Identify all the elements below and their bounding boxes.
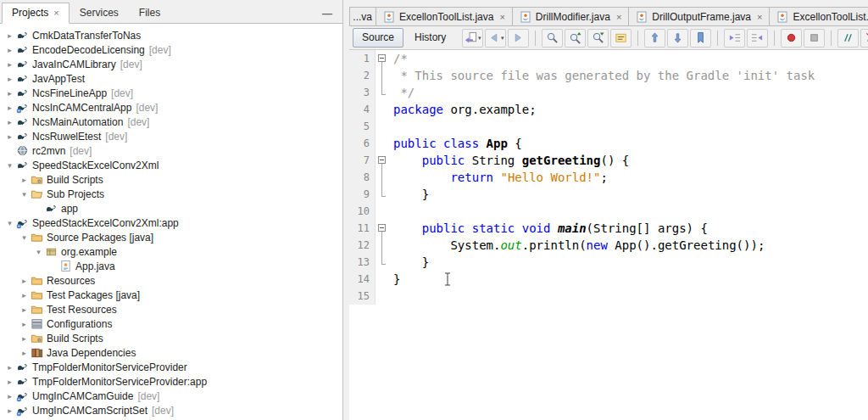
shift-line-left-button[interactable] [724,29,745,48]
tree-item-ncsmainautomation[interactable]: ▸NcsMainAutomation[dev] [0,115,342,129]
chevron-collapsed-icon[interactable]: ▸ [4,102,15,113]
tree-item-tmpfoldermonitorserviceprovider[interactable]: ▸TmpFolderMonitorServiceProvider [0,360,342,374]
toggle-highlight-search-button[interactable] [610,29,632,48]
tree-item-java-dependencies[interactable]: ▸Java Dependencies [0,345,342,360]
chevron-collapsed-icon[interactable]: ▸ [4,131,15,142]
chevron-collapsed-icon[interactable]: ▸ [4,30,15,41]
source-view-button[interactable]: Source [353,28,403,48]
tree-item-ncsruweletest[interactable]: ▸NcsRuwelEtest[dev] [0,129,342,143]
line-number[interactable]: 3 [349,84,376,101]
tree-item-configurations[interactable]: ▸Configurations [0,316,342,331]
comment-lines-button[interactable] [837,29,859,48]
chevron-collapsed-icon[interactable]: ▸ [19,275,30,286]
tree-item-javapptest[interactable]: ▸JavAppTest [0,71,342,86]
chevron-collapsed-icon[interactable]: ▸ [19,333,30,344]
close-tab-icon[interactable]: × [499,12,504,22]
line-number[interactable]: 9 [349,186,376,203]
chevron-collapsed-icon[interactable]: ▸ [4,376,15,387]
fold-collapse-icon[interactable] [376,50,388,67]
line-number[interactable]: 8 [349,169,376,186]
chevron-collapsed-icon[interactable]: ▸ [19,289,30,300]
start-macro-recording-button[interactable] [781,29,802,48]
navigate-forward-button[interactable] [508,29,529,48]
line-number[interactable]: 6 [349,135,376,152]
tree-item-rc2mvn[interactable]: rc2mvn[dev] [0,143,342,158]
close-tab-icon[interactable]: × [757,12,762,22]
tree-item-org-example[interactable]: ▾org.example [0,244,342,259]
chevron-expanded-icon[interactable]: ▾ [19,188,30,199]
shift-line-right-button[interactable] [747,29,768,48]
fold-collapse-icon[interactable] [376,220,388,237]
tree-item-test-resources[interactable]: ▸Test Resources [0,302,342,316]
dropdown-caret-icon[interactable]: ▾ [478,35,481,42]
chevron-collapsed-icon[interactable]: ▸ [19,174,30,185]
line-number[interactable]: 11 [349,220,376,237]
chevron-collapsed-icon[interactable]: ▸ [4,59,15,70]
line-number[interactable]: 4 [349,101,376,118]
line-number[interactable]: 14 [349,271,376,288]
line-number[interactable]: 1 [349,50,376,67]
dropdown-caret-icon[interactable]: ▾ [501,35,504,42]
tree-item-encodedecodelicensing[interactable]: ▸EncodeDecodeLicensing[dev] [0,42,342,57]
panel-tab-projects[interactable]: Projects× [2,3,70,24]
chevron-collapsed-icon[interactable]: ▸ [4,44,15,55]
uncomment-lines-button[interactable] [860,29,868,48]
chevron-expanded-icon[interactable]: ▾ [19,232,30,243]
line-number[interactable]: 2 [349,67,376,84]
find-previous-occurrence-button[interactable] [565,29,586,48]
tree-item-build-scripts[interactable]: ▸Build Scripts [0,172,342,187]
tree-item-build-scripts[interactable]: ▸Build Scripts [0,331,342,345]
previous-bookmark-button[interactable] [644,29,665,48]
chevron-expanded-icon[interactable]: ▾ [4,160,15,171]
history-view-button[interactable]: History [405,28,455,48]
chevron-expanded-icon[interactable]: ▾ [4,217,15,228]
tree-item-sub-projects[interactable]: ▾Sub Projects [0,187,342,201]
navigate-back-button[interactable]: ▾ [485,29,506,48]
tree-item-ncsfinelineapp[interactable]: ▸NcsFineLineApp[dev] [0,86,342,100]
line-number[interactable]: 12 [349,237,376,254]
line-number[interactable]: 10 [349,203,376,220]
line-number[interactable]: 5 [349,118,376,135]
editor-tab-excellontoollist-java-4[interactable]: ExcellonToolList.java [769,7,868,25]
editor-tab-excellontoollist-java-1[interactable]: ExcellonToolList.java× [376,7,513,25]
tree-item-umgincamcamguide[interactable]: ▸UmgInCAMCamGuide[dev] [0,389,342,403]
editor-tab-drillmodifier-java-2[interactable]: DrillModifier.java× [512,7,629,25]
chevron-collapsed-icon[interactable]: ▸ [19,304,30,315]
panel-tab-services[interactable]: Services [70,3,129,24]
panel-tab-files[interactable]: Files [129,3,170,24]
tree-item-umgincamcamscriptset[interactable]: ▸UmgInCAMCamScriptSet[dev] [0,403,342,417]
fold-collapse-icon[interactable] [376,152,388,169]
tree-item-ncsincamcentralapp[interactable]: ▸NcsInCAMCentralApp[dev] [0,100,342,115]
tree-item-cmkdatatransfertonas[interactable]: ▸CmkDataTransferToNas [0,28,342,42]
tree-item-speedstackexcelconv2xml-app[interactable]: ▾SpeedStackExcelConv2Xml:app [0,216,342,230]
editor-tab-drilloutputframe-java-3[interactable]: DrillOutputFrame.java× [628,7,770,25]
code-editor[interactable]: 1/*2 * This source file was generated by… [349,50,868,420]
editor-tab-va-0[interactable]: ...va [349,7,376,25]
last-edit-location-button[interactable]: ▾ [462,29,483,48]
tree-item-app-java[interactable]: App.java [0,259,342,273]
line-number[interactable]: 15 [349,288,376,305]
chevron-collapsed-icon[interactable]: ▸ [4,390,15,401]
chevron-collapsed-icon[interactable]: ▸ [19,347,30,358]
chevron-collapsed-icon[interactable]: ▸ [4,73,15,84]
close-tab-icon[interactable]: × [616,12,621,22]
tree-item-source-packages-java[interactable]: ▾Source Packages [java] [0,230,342,244]
next-bookmark-button[interactable] [667,29,688,48]
tree-item-javaincamlibrary[interactable]: ▸JavaInCAMLibrary[dev] [0,57,342,71]
chevron-expanded-icon[interactable]: ▾ [33,246,44,257]
find-next-occurrence-button[interactable] [587,29,609,48]
chevron-collapsed-icon[interactable]: ▸ [4,361,15,372]
tree-item-tmpfoldermonitorserviceprovider-app[interactable]: ▸TmpFolderMonitorServiceProvider:app [0,374,342,389]
tree-item-speedstackexcelconv2xml[interactable]: ▾SpeedStackExcelConv2Xml [0,158,342,172]
chevron-collapsed-icon[interactable]: ▸ [19,318,30,329]
tree-item-app[interactable]: app [0,201,342,216]
line-number[interactable]: 7 [349,152,376,169]
close-tab-icon[interactable]: × [53,8,58,18]
stop-macro-recording-button[interactable] [804,29,825,48]
find-selection-button[interactable] [542,29,563,48]
tree-item-resources[interactable]: ▸Resources [0,273,342,288]
toggle-bookmark-button[interactable] [690,29,711,48]
minimize-panel-button[interactable]: — [322,8,339,23]
chevron-collapsed-icon[interactable]: ▸ [4,116,15,127]
chevron-collapsed-icon[interactable]: ▸ [4,405,15,416]
